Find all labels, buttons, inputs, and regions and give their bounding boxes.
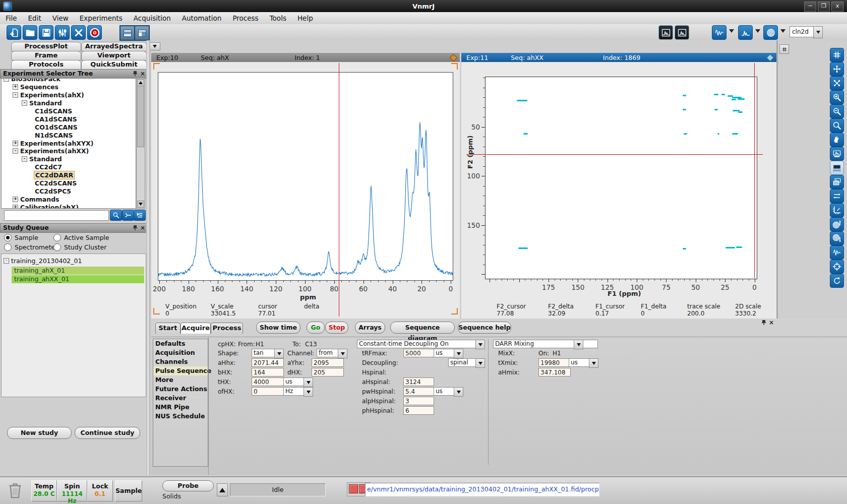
contour-up-button[interactable] xyxy=(830,217,844,231)
radio-study-cluster[interactable]: Study Cluster xyxy=(53,243,106,251)
contour-dropdown-arrow[interactable] xyxy=(780,29,785,33)
tab-arrayedspectra[interactable]: ArrayedSpectra xyxy=(81,42,147,51)
cancel-button[interactable] xyxy=(71,25,86,40)
tab-acquire[interactable]: Acquire xyxy=(180,323,211,334)
tree-item[interactable]: C1dSCANS xyxy=(2,107,136,115)
crosshair-horizontal[interactable] xyxy=(466,154,763,155)
parameters-button[interactable] xyxy=(55,25,70,40)
sequence-help-button[interactable]: Sequence help xyxy=(458,322,511,334)
display-mode-combo[interactable]: cln2d xyxy=(790,26,815,37)
spectrum-2d-plot[interactable] xyxy=(485,77,757,279)
layout-split-button[interactable] xyxy=(134,25,150,41)
tree-item[interactable]: +Sequences xyxy=(2,83,136,91)
ofhx-unit-select[interactable]: Hz xyxy=(283,387,306,396)
channel-dropdown-button[interactable] xyxy=(338,349,347,358)
go-button[interactable]: Go xyxy=(307,322,325,334)
expander-icon[interactable]: - xyxy=(4,258,9,264)
radio-sample[interactable]: Sample xyxy=(4,234,38,241)
viewport2-header[interactable]: Exp:11 Seq: ahXX Index: 1869 xyxy=(461,53,776,62)
menu-help[interactable]: Help xyxy=(292,14,319,22)
viewport-marker-icon[interactable] xyxy=(766,54,774,62)
show-fid-button[interactable] xyxy=(712,25,727,40)
nav-channels[interactable]: Channels xyxy=(153,357,208,366)
viewport-marker-icon[interactable] xyxy=(450,54,458,62)
ofhx-input[interactable] xyxy=(252,387,284,396)
expander-icon[interactable]: - xyxy=(13,148,18,154)
viewport1-header[interactable]: Exp:10 Seq: ahX Index: 1 xyxy=(151,53,460,62)
close-button[interactable]: x xyxy=(831,2,843,12)
tab-frame[interactable]: Frame xyxy=(11,51,81,60)
fid-dropdown-arrow[interactable] xyxy=(729,29,734,33)
channel-select[interactable]: from xyxy=(317,349,340,357)
shape-select[interactable]: tan xyxy=(252,349,276,357)
tree-item[interactable]: N1dSCANS xyxy=(2,131,136,139)
expander-icon[interactable]: - xyxy=(4,78,9,82)
magnify-button[interactable] xyxy=(830,118,844,133)
maximize-button[interactable]: ❐ xyxy=(818,2,830,12)
tree-item[interactable]: -Standard xyxy=(2,99,136,107)
menu-acquisition[interactable]: Acquisition xyxy=(128,14,176,22)
thx-unit-dropdown[interactable] xyxy=(304,377,313,387)
tree-item[interactable]: -Experiments(ahXX) xyxy=(2,147,136,155)
contour-down-button[interactable] xyxy=(830,231,844,245)
pin-icon[interactable] xyxy=(133,71,138,77)
expander-icon[interactable]: + xyxy=(13,84,18,90)
trfmax-unit-select[interactable]: us xyxy=(434,349,456,357)
pan-hand-button[interactable] xyxy=(830,133,844,147)
tree-item[interactable]: CA1dSCANS xyxy=(2,115,136,123)
mixing-mode-dropdown[interactable] xyxy=(574,340,583,349)
zoom-in-button[interactable] xyxy=(830,90,844,104)
nav-defaults[interactable]: Defaults xyxy=(153,339,208,348)
nav-receiver[interactable]: Receiver xyxy=(153,394,208,403)
queue-item[interactable]: training_ahX_01 xyxy=(12,267,144,275)
menu-automation[interactable]: Automation xyxy=(176,14,227,22)
ahspinal-input[interactable] xyxy=(403,377,434,386)
close-panel-icon[interactable]: × xyxy=(769,320,774,326)
layout-single-button[interactable] xyxy=(119,25,135,41)
display-spectrum-2-button[interactable] xyxy=(675,25,689,40)
abort-acquisition-button[interactable] xyxy=(87,25,102,40)
trfmax-input[interactable] xyxy=(403,349,434,357)
trfmax-unit-dropdown[interactable] xyxy=(454,349,463,358)
expand-button[interactable] xyxy=(830,76,844,90)
axis-display-button[interactable] xyxy=(830,161,844,175)
alphspinal-input[interactable] xyxy=(403,397,434,405)
thx-input[interactable] xyxy=(252,377,284,386)
menu-view[interactable]: View xyxy=(47,14,74,22)
probe-button[interactable]: Probe xyxy=(162,480,214,491)
txmix-unit-select[interactable]: us xyxy=(569,358,591,367)
tab-start[interactable]: Start xyxy=(155,323,180,334)
expander-icon[interactable]: - xyxy=(13,92,18,98)
tree-item-selected[interactable]: CC2dDARR xyxy=(2,171,136,179)
menu-process[interactable]: Process xyxy=(227,14,264,22)
temp-button[interactable]: Temp 28.0 C xyxy=(31,480,57,501)
tree-item[interactable]: -BioSolidsPack xyxy=(2,78,136,83)
close-panel-icon[interactable]: × xyxy=(140,71,145,77)
zoom-out-button[interactable] xyxy=(830,104,844,118)
expand-status-button[interactable] xyxy=(217,483,228,496)
radio-spectrometer[interactable]: Spectrometer xyxy=(4,243,57,251)
expander-icon[interactable]: + xyxy=(13,141,18,146)
close-panel-icon[interactable]: × xyxy=(140,225,145,231)
nav-nus-schedule[interactable]: NUS Schedule xyxy=(153,412,208,421)
stop-indicator-1[interactable] xyxy=(349,484,358,493)
lock-button[interactable]: Lock 0.1 xyxy=(87,480,113,501)
continue-study-button[interactable]: Continue study xyxy=(75,427,140,439)
expander-icon[interactable]: - xyxy=(22,100,27,106)
cursor-line[interactable] xyxy=(339,63,339,317)
nav-more[interactable]: More xyxy=(153,375,208,385)
spectrum-1d-plot[interactable] xyxy=(158,72,453,281)
tree-item[interactable]: -Experiments(ahX) xyxy=(2,91,136,99)
pan-button[interactable] xyxy=(830,62,844,76)
tree-item[interactable]: +Experiments(ahXYX) xyxy=(2,139,136,147)
spectrum-display-button[interactable] xyxy=(830,147,844,161)
show-spectrum-button[interactable] xyxy=(738,25,753,40)
menu-experiments[interactable]: Experiments xyxy=(74,14,128,22)
tree-item[interactable]: CC2dC7 xyxy=(2,163,136,171)
radio-active-sample[interactable]: Active Sample xyxy=(53,234,109,241)
new-study-button[interactable]: New study xyxy=(7,427,72,439)
ahhx-input[interactable] xyxy=(252,358,284,367)
tree-item[interactable]: -Standard xyxy=(2,155,136,163)
viewport-2[interactable]: Exp:11 Seq: ahXX Index: 1869 50100150 17… xyxy=(461,53,776,319)
thx-unit-select[interactable]: us xyxy=(283,377,306,386)
